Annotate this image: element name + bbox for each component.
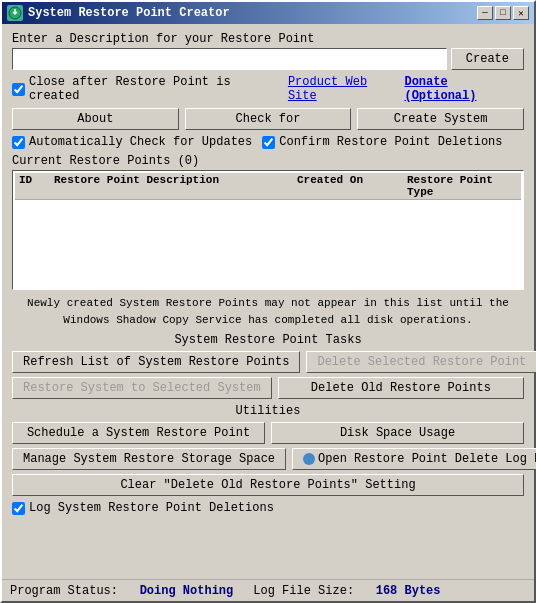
title-bar: System Restore Point Creator ─ □ ✕ <box>2 2 534 24</box>
confirm-deletion-label[interactable]: Confirm Restore Point Deletions <box>262 135 502 149</box>
log-deletions-checkbox[interactable] <box>12 502 25 515</box>
window-title: System Restore Point Creator <box>28 6 230 20</box>
confirm-deletion-text: Confirm Restore Point Deletions <box>279 135 502 149</box>
restore-points-section: Current Restore Points (0) ID Restore Po… <box>12 154 524 290</box>
restore-points-listbox[interactable]: ID Restore Point Description Created On … <box>12 170 524 290</box>
links-area: Product Web Site Donate (Optional) <box>288 75 524 103</box>
col-created-on: Created On <box>297 174 397 198</box>
col-id: ID <box>19 174 44 198</box>
app-icon <box>7 5 23 21</box>
description-input-row: Create <box>12 48 524 70</box>
log-deletions-text: Log System Restore Point Deletions <box>29 501 274 515</box>
create-system-button[interactable]: Create System <box>357 108 524 130</box>
description-input[interactable] <box>12 48 447 70</box>
title-buttons: ─ □ ✕ <box>477 6 529 20</box>
utilities-row3: Clear "Delete Old Restore Points" Settin… <box>12 474 524 496</box>
close-after-row: Close after Restore Point is created Pro… <box>12 75 524 103</box>
confirm-deletion-checkbox[interactable] <box>262 136 275 149</box>
delete-old-button[interactable]: Delete Old Restore Points <box>278 377 524 399</box>
close-after-label[interactable]: Close after Restore Point is created <box>12 75 282 103</box>
disk-space-button[interactable]: Disk Space Usage <box>271 422 524 444</box>
list-header: ID Restore Point Description Created On … <box>15 173 521 200</box>
tasks-row2: Restore System to Selected System Delete… <box>12 377 524 399</box>
auto-check-text: Automatically Check for Updates <box>29 135 252 149</box>
utilities-title: Utilities <box>12 404 524 418</box>
product-website-link[interactable]: Product Web Site <box>288 75 401 103</box>
restore-points-label: Current Restore Points (0) <box>12 154 524 168</box>
program-status-label: Program Status: <box>10 584 118 598</box>
close-after-checkbox[interactable] <box>12 83 25 96</box>
utilities-row2: Manage System Restore Storage Space Open… <box>12 448 524 470</box>
program-status-item: Program Status: Doing Nothing <box>10 584 233 598</box>
main-window: System Restore Point Creator ─ □ ✕ Enter… <box>0 0 536 603</box>
program-status-value: Doing Nothing <box>140 584 234 598</box>
log-file-size-item: Log File Size: 168 Bytes <box>253 584 440 598</box>
open-log-button[interactable]: Open Restore Point Delete Log File <box>292 448 536 470</box>
delete-selected-button: Delete Selected Restore Point <box>306 351 536 373</box>
main-buttons-row: About Check for Create System <box>12 108 524 130</box>
description-section: Enter a Description for your Restore Poi… <box>12 32 524 70</box>
log-deletions-label[interactable]: Log System Restore Point Deletions <box>12 501 524 515</box>
open-log-label: Open Restore Point Delete Log File <box>318 452 536 466</box>
col-description: Restore Point Description <box>54 174 287 198</box>
restore-system-button: Restore System to Selected System <box>12 377 272 399</box>
content-area: Enter a Description for your Restore Poi… <box>2 24 534 579</box>
donate-link[interactable]: Donate (Optional) <box>404 75 524 103</box>
maximize-button[interactable]: □ <box>495 6 511 20</box>
auto-check-checkbox[interactable] <box>12 136 25 149</box>
close-after-text: Close after Restore Point is created <box>29 75 282 103</box>
note-text: Newly created System Restore Points may … <box>12 295 524 328</box>
clear-setting-button[interactable]: Clear "Delete Old Restore Points" Settin… <box>12 474 524 496</box>
about-button[interactable]: About <box>12 108 179 130</box>
disk-icon <box>303 453 315 465</box>
options-row: Automatically Check for Updates Confirm … <box>12 135 524 149</box>
description-label: Enter a Description for your Restore Poi… <box>12 32 524 46</box>
auto-check-label[interactable]: Automatically Check for Updates <box>12 135 252 149</box>
refresh-list-button[interactable]: Refresh List of System Restore Points <box>12 351 300 373</box>
schedule-button[interactable]: Schedule a System Restore Point <box>12 422 265 444</box>
create-button[interactable]: Create <box>451 48 524 70</box>
status-bar: Program Status: Doing Nothing Log File S… <box>2 579 534 601</box>
check-for-button[interactable]: Check for <box>185 108 352 130</box>
utilities-section: Utilities Schedule a System Restore Poin… <box>12 404 524 496</box>
tasks-row1: Refresh List of System Restore Points De… <box>12 351 524 373</box>
close-button[interactable]: ✕ <box>513 6 529 20</box>
tasks-title: System Restore Point Tasks <box>12 333 524 347</box>
manage-storage-button[interactable]: Manage System Restore Storage Space <box>12 448 286 470</box>
log-file-size-value: 168 Bytes <box>376 584 441 598</box>
col-type: Restore Point Type <box>407 174 517 198</box>
log-file-size-label: Log File Size: <box>253 584 354 598</box>
title-bar-left: System Restore Point Creator <box>7 5 230 21</box>
tasks-section: System Restore Point Tasks Refresh List … <box>12 333 524 399</box>
minimize-button[interactable]: ─ <box>477 6 493 20</box>
utilities-row1: Schedule a System Restore Point Disk Spa… <box>12 422 524 444</box>
